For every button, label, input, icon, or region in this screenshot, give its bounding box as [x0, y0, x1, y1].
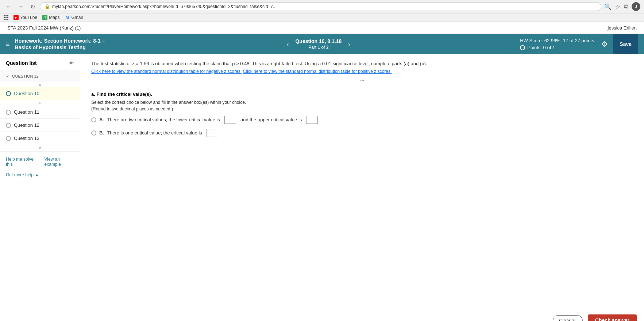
check-icon: ✓	[6, 73, 10, 79]
bookmarks-bar: ▶ YouTube 🗺 Maps M Gmail	[0, 13, 644, 22]
search-icon[interactable]: 🔍	[604, 3, 612, 10]
bookmark-gmail[interactable]: M Gmail	[65, 15, 83, 20]
check-answer-button[interactable]: Check answer	[588, 314, 637, 321]
answer-choices: A. There are two critical values; the lo…	[91, 116, 633, 137]
sidebar: Question list ⇤ ✓ QUESTION 12 ▲ Question…	[0, 54, 80, 310]
sidebar-header: Question list ⇤	[0, 54, 80, 70]
bookmark-maps[interactable]: 🗺 Maps	[42, 15, 59, 20]
question-label: Question 10, 8.1.18	[295, 38, 342, 44]
back-button[interactable]: ←	[4, 3, 13, 11]
question-text: The test statistic of z = 1.56 is obtain…	[91, 60, 633, 75]
address-bar[interactable]: 🔒 mylab.pearson.com/Student/PlayerHomewo…	[40, 2, 601, 11]
gear-icon[interactable]: ⚙	[601, 40, 608, 48]
content-wrapper: Question list ⇤ ✓ QUESTION 12 ▲ Question…	[0, 54, 644, 310]
bookmark-youtube-label: YouTube	[20, 15, 37, 20]
profile-icon[interactable]: J	[632, 2, 640, 11]
bottom-bar: Clear all Check answer	[0, 310, 644, 321]
app-header: STA 2023 Fall 2024 MW (Kunz) (1) jessica…	[0, 22, 644, 34]
single-critical-value-input[interactable]	[207, 129, 218, 137]
browser-icons: 🔍 ☆ ⧉ J	[604, 2, 640, 11]
browser-chrome: ← → ↻ 🔒 mylab.pearson.com/Student/Player…	[0, 0, 644, 22]
next-question-button[interactable]: ›	[345, 39, 353, 50]
menu-icon[interactable]: ≡	[6, 40, 10, 48]
radio-q13	[6, 136, 11, 141]
tab-icon[interactable]: ⧉	[624, 3, 628, 10]
hw-title: Homework: Section Homework: 8-1 – Basics…	[15, 38, 117, 51]
main-nav: ≡ Homework: Section Homework: 8-1 – Basi…	[0, 34, 644, 54]
save-button[interactable]: Save	[613, 34, 638, 54]
clear-all-button[interactable]: Clear all	[553, 315, 583, 321]
lock-icon: 🔒	[45, 4, 50, 9]
part-a-label: a. Find the critical value(s).	[91, 91, 633, 97]
sidebar-title: Question list	[6, 60, 37, 66]
points-info: Points: 0 of 1	[520, 45, 555, 50]
view-example-link[interactable]: View an example	[45, 157, 74, 167]
user-name: jessica Erilien	[608, 25, 637, 31]
sidebar-bottom: Help me solve this View an example	[0, 151, 80, 172]
choice-b-row: B. There is one critical value; the crit…	[91, 129, 633, 137]
q11-label: Question 11	[14, 109, 39, 115]
radio-choice-b[interactable]	[91, 130, 96, 136]
apps-icon[interactable]	[4, 15, 8, 20]
radio-q10	[6, 91, 11, 96]
question-main-text: The test statistic of z = 1.56 is obtain…	[91, 61, 427, 66]
bookmark-youtube[interactable]: ▶ YouTube	[14, 15, 37, 20]
points-radio	[520, 45, 525, 50]
points-label: Points: 0 of 1	[527, 45, 555, 50]
choice-a-row: A. There are two critical values; the lo…	[91, 116, 633, 124]
gmail-icon: M	[65, 15, 70, 20]
help-me-solve-link[interactable]: Help me solve this	[6, 157, 38, 167]
browser-toolbar: ← → ↻ 🔒 mylab.pearson.com/Student/Player…	[0, 0, 644, 13]
sidebar-item-question13[interactable]: Question 13	[0, 132, 80, 145]
radio-choice-a[interactable]	[91, 117, 96, 122]
upper-critical-value-input[interactable]	[306, 116, 318, 124]
choice-b-label: B.	[99, 130, 104, 136]
q12-label: Question 12	[14, 122, 39, 128]
scroll-indicator: ↻	[39, 101, 42, 105]
url-text: mylab.pearson.com/Student/PlayerHomework…	[52, 4, 597, 9]
hw-score: HW Score: 62.96%, 17 of 27 points	[520, 38, 594, 43]
divider	[91, 87, 633, 87]
lower-critical-value-input[interactable]	[224, 116, 236, 124]
q13-label: Question 13	[14, 136, 39, 141]
maps-icon: 🗺	[42, 15, 47, 20]
nav-center: ‹ Question 10, 8.1.18 Part 1 of 2 ›	[117, 38, 520, 50]
choice-a-label: A.	[99, 117, 104, 122]
refresh-button[interactable]: ↻	[28, 3, 37, 11]
sidebar-completed-item: ✓ QUESTION 12	[0, 70, 80, 82]
sidebar-item-question10[interactable]: Question 10	[0, 87, 80, 100]
choice-a-and: and the upper critical value is	[240, 117, 302, 122]
choice-b-text: There is one critical value; the critica…	[107, 130, 202, 136]
dots-row: •••	[91, 78, 633, 82]
sidebar-item-question11[interactable]: Question 11	[0, 106, 80, 119]
sidebar-item-question12[interactable]: Question 12	[0, 119, 80, 132]
bookmark-gmail-label: Gmail	[72, 15, 83, 20]
instructions-text: Select the correct choice below and fill…	[91, 99, 633, 112]
main-content: The test statistic of z = 1.56 is obtain…	[80, 54, 644, 310]
radio-q11	[6, 110, 11, 115]
negative-z-table-link[interactable]: Click here to view the standard normal d…	[91, 69, 242, 74]
dots-indicator: •••	[360, 78, 364, 82]
q10-label: Question 10	[14, 91, 39, 96]
bookmark-star-icon[interactable]: ☆	[615, 3, 620, 10]
collapse-icon[interactable]: ⇤	[69, 59, 74, 66]
completed-label: QUESTION 12	[12, 74, 39, 78]
prev-question-button[interactable]: ‹	[284, 39, 292, 50]
forward-button[interactable]: →	[16, 3, 26, 11]
get-more-help-link[interactable]: Get more help ▲	[6, 172, 39, 177]
positive-z-table-link[interactable]: Click here to view the standard normal d…	[243, 69, 392, 74]
app-title: STA 2023 Fall 2024 MW (Kunz) (1)	[7, 25, 81, 31]
youtube-icon: ▶	[14, 15, 19, 20]
nav-question-info: ‹ Question 10, 8.1.18 Part 1 of 2 ›	[284, 38, 353, 50]
radio-q12	[6, 123, 11, 128]
nav-score-section: HW Score: 62.96%, 17 of 27 points Points…	[520, 38, 594, 50]
choice-a-text: There are two critical values; the lower…	[107, 117, 220, 122]
question-list: Question 10 ↻ Question 11 Question 12 Qu…	[0, 87, 80, 145]
part-label: Part 1 of 2	[295, 45, 342, 50]
bookmark-maps-label: Maps	[49, 15, 59, 20]
